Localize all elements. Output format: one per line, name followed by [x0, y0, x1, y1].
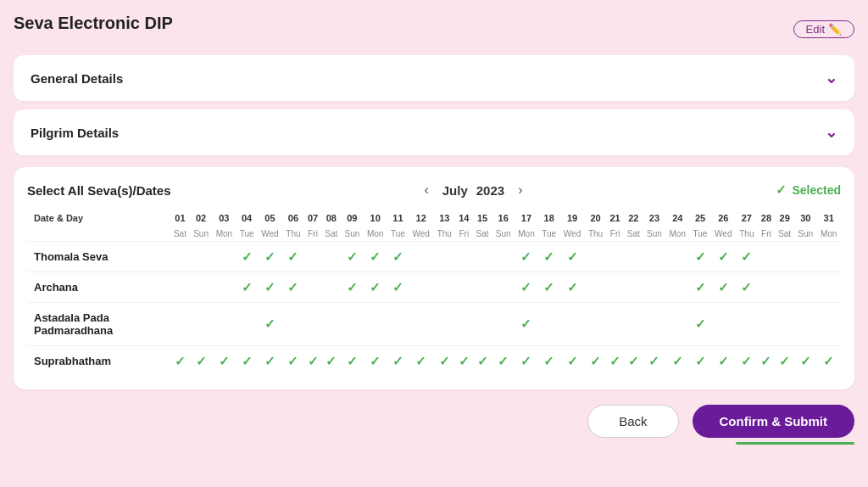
seva-cell-Archana-31[interactable] [816, 272, 841, 303]
seva-cell-Archana-16[interactable] [492, 272, 515, 303]
seva-cell-Archana-06[interactable]: ✓ [282, 272, 304, 303]
seva-cell-Thomala-Seva-21[interactable] [606, 242, 624, 272]
seva-cell-Astadala-Pada-Padmaradhana-31[interactable] [816, 303, 841, 346]
seva-cell-Astadala-Pada-Padmaradhana-15[interactable] [473, 303, 492, 346]
seva-cell-Thomala-Seva-04[interactable]: ✓ [236, 242, 258, 272]
seva-cell-Suprabhatham-31[interactable]: ✓ [816, 346, 841, 377]
seva-cell-Archana-21[interactable] [606, 272, 624, 303]
seva-cell-Thomala-Seva-16[interactable] [492, 242, 515, 272]
seva-cell-Astadala-Pada-Padmaradhana-25[interactable]: ✓ [689, 303, 710, 346]
seva-cell-Archana-18[interactable]: ✓ [538, 272, 559, 303]
next-month-button[interactable]: › [513, 181, 527, 199]
seva-cell-Suprabhatham-09[interactable]: ✓ [341, 346, 363, 377]
seva-cell-Thomala-Seva-08[interactable] [321, 242, 341, 272]
seva-cell-Thomala-Seva-05[interactable]: ✓ [258, 242, 282, 272]
seva-cell-Suprabhatham-18[interactable]: ✓ [538, 346, 559, 377]
seva-cell-Archana-22[interactable] [624, 272, 643, 303]
seva-cell-Astadala-Pada-Padmaradhana-23[interactable] [643, 303, 665, 346]
seva-cell-Suprabhatham-05[interactable]: ✓ [258, 346, 282, 377]
seva-cell-Suprabhatham-03[interactable]: ✓ [212, 346, 236, 377]
seva-cell-Astadala-Pada-Padmaradhana-24[interactable] [665, 303, 689, 346]
seva-cell-Astadala-Pada-Padmaradhana-09[interactable] [341, 303, 363, 346]
seva-cell-Archana-04[interactable]: ✓ [236, 272, 258, 303]
seva-cell-Astadala-Pada-Padmaradhana-22[interactable] [624, 303, 643, 346]
prev-month-button[interactable]: ‹ [419, 181, 433, 199]
seva-cell-Thomala-Seva-24[interactable] [665, 242, 689, 272]
seva-cell-Archana-29[interactable] [775, 272, 794, 303]
seva-cell-Suprabhatham-04[interactable]: ✓ [236, 346, 258, 377]
seva-cell-Thomala-Seva-10[interactable]: ✓ [364, 242, 387, 272]
confirm-submit-button[interactable]: Confirm & Submit [693, 405, 855, 438]
seva-cell-Astadala-Pada-Padmaradhana-17[interactable]: ✓ [515, 303, 538, 346]
seva-cell-Suprabhatham-25[interactable]: ✓ [689, 346, 710, 377]
seva-cell-Astadala-Pada-Padmaradhana-20[interactable] [585, 303, 607, 346]
seva-cell-Astadala-Pada-Padmaradhana-26[interactable] [711, 303, 736, 346]
seva-cell-Archana-11[interactable]: ✓ [387, 272, 409, 303]
seva-cell-Astadala-Pada-Padmaradhana-28[interactable] [758, 303, 776, 346]
seva-cell-Astadala-Pada-Padmaradhana-16[interactable] [492, 303, 515, 346]
seva-cell-Thomala-Seva-06[interactable]: ✓ [282, 242, 304, 272]
seva-cell-Astadala-Pada-Padmaradhana-03[interactable] [212, 303, 236, 346]
seva-cell-Suprabhatham-23[interactable]: ✓ [643, 346, 665, 377]
seva-cell-Suprabhatham-26[interactable]: ✓ [711, 346, 736, 377]
seva-cell-Archana-05[interactable]: ✓ [258, 272, 282, 303]
seva-cell-Archana-03[interactable] [212, 272, 236, 303]
seva-cell-Archana-15[interactable] [473, 272, 492, 303]
seva-cell-Astadala-Pada-Padmaradhana-18[interactable] [538, 303, 559, 346]
general-details-accordion[interactable]: General Details ⌄ [14, 55, 854, 101]
seva-cell-Thomala-Seva-27[interactable]: ✓ [736, 242, 758, 272]
seva-cell-Thomala-Seva-29[interactable] [775, 242, 794, 272]
seva-cell-Suprabhatham-21[interactable]: ✓ [606, 346, 624, 377]
seva-cell-Suprabhatham-02[interactable]: ✓ [190, 346, 212, 377]
seva-cell-Archana-19[interactable]: ✓ [559, 272, 584, 303]
seva-cell-Astadala-Pada-Padmaradhana-30[interactable] [794, 303, 816, 346]
seva-cell-Archana-30[interactable] [794, 272, 816, 303]
seva-cell-Archana-17[interactable]: ✓ [515, 272, 538, 303]
edit-button[interactable]: Edit ✏️ [793, 20, 854, 38]
seva-cell-Suprabhatham-01[interactable]: ✓ [170, 346, 190, 377]
seva-cell-Archana-23[interactable] [643, 272, 665, 303]
back-button[interactable]: Back [587, 405, 678, 438]
seva-cell-Astadala-Pada-Padmaradhana-05[interactable]: ✓ [258, 303, 282, 346]
seva-cell-Thomala-Seva-12[interactable] [409, 242, 433, 272]
seva-cell-Archana-01[interactable] [170, 272, 190, 303]
seva-cell-Thomala-Seva-22[interactable] [624, 242, 643, 272]
seva-cell-Suprabhatham-11[interactable]: ✓ [387, 346, 409, 377]
seva-cell-Thomala-Seva-17[interactable]: ✓ [515, 242, 538, 272]
seva-cell-Thomala-Seva-20[interactable] [585, 242, 607, 272]
seva-cell-Astadala-Pada-Padmaradhana-27[interactable] [736, 303, 758, 346]
seva-cell-Astadala-Pada-Padmaradhana-19[interactable] [559, 303, 584, 346]
seva-cell-Astadala-Pada-Padmaradhana-08[interactable] [321, 303, 341, 346]
seva-cell-Thomala-Seva-26[interactable]: ✓ [711, 242, 736, 272]
seva-cell-Archana-02[interactable] [190, 272, 212, 303]
seva-cell-Suprabhatham-12[interactable]: ✓ [409, 346, 433, 377]
seva-cell-Thomala-Seva-09[interactable]: ✓ [341, 242, 363, 272]
seva-cell-Archana-25[interactable]: ✓ [689, 272, 710, 303]
seva-cell-Suprabhatham-08[interactable]: ✓ [321, 346, 341, 377]
seva-cell-Archana-07[interactable] [304, 272, 322, 303]
seva-cell-Suprabhatham-14[interactable]: ✓ [455, 346, 473, 377]
seva-cell-Astadala-Pada-Padmaradhana-10[interactable] [364, 303, 387, 346]
seva-cell-Suprabhatham-19[interactable]: ✓ [559, 346, 584, 377]
seva-cell-Thomala-Seva-14[interactable] [455, 242, 473, 272]
seva-cell-Archana-10[interactable]: ✓ [364, 272, 387, 303]
seva-cell-Astadala-Pada-Padmaradhana-29[interactable] [775, 303, 794, 346]
seva-cell-Astadala-Pada-Padmaradhana-04[interactable] [236, 303, 258, 346]
seva-cell-Astadala-Pada-Padmaradhana-07[interactable] [304, 303, 322, 346]
seva-cell-Thomala-Seva-23[interactable] [643, 242, 665, 272]
seva-cell-Suprabhatham-16[interactable]: ✓ [492, 346, 515, 377]
seva-cell-Suprabhatham-07[interactable]: ✓ [304, 346, 322, 377]
seva-cell-Thomala-Seva-13[interactable] [433, 242, 455, 272]
seva-cell-Suprabhatham-10[interactable]: ✓ [364, 346, 387, 377]
seva-cell-Astadala-Pada-Padmaradhana-06[interactable] [282, 303, 304, 346]
seva-cell-Thomala-Seva-31[interactable] [816, 242, 841, 272]
seva-cell-Suprabhatham-28[interactable]: ✓ [758, 346, 776, 377]
seva-cell-Astadala-Pada-Padmaradhana-14[interactable] [455, 303, 473, 346]
seva-cell-Thomala-Seva-02[interactable] [190, 242, 212, 272]
seva-cell-Suprabhatham-06[interactable]: ✓ [282, 346, 304, 377]
seva-cell-Astadala-Pada-Padmaradhana-13[interactable] [433, 303, 455, 346]
seva-cell-Astadala-Pada-Padmaradhana-21[interactable] [606, 303, 624, 346]
seva-cell-Archana-14[interactable] [455, 272, 473, 303]
seva-cell-Astadala-Pada-Padmaradhana-02[interactable] [190, 303, 212, 346]
seva-cell-Suprabhatham-30[interactable]: ✓ [794, 346, 816, 377]
